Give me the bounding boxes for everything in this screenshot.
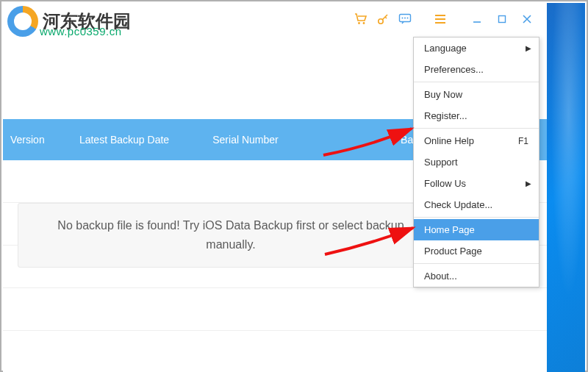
- menu-separator: [414, 82, 539, 82]
- feedback-icon[interactable]: [394, 8, 416, 30]
- hamburger-menu-icon[interactable]: [429, 8, 451, 30]
- chevron-right-icon: ▶: [526, 179, 531, 187]
- main-menu: Language ▶ Preferences... Buy Now Regist…: [413, 37, 539, 287]
- cart-icon[interactable]: [350, 8, 372, 30]
- menu-check-update[interactable]: Check Update...: [414, 194, 539, 215]
- svg-point-4: [402, 18, 404, 19]
- menu-online-help[interactable]: Online Help F1: [414, 130, 539, 151]
- maximize-button[interactable]: [490, 8, 514, 30]
- menu-preferences[interactable]: Preferences...: [414, 59, 539, 80]
- menu-language[interactable]: Language ▶: [414, 37, 539, 59]
- menu-item-label: Support: [424, 157, 458, 168]
- logo-icon: [7, 6, 38, 37]
- menu-item-label: Buy Now: [424, 89, 462, 100]
- site-url: www.pc0359.cn: [40, 25, 122, 37]
- app-window: 河东软件园 www.pc0359.cn: [3, 3, 547, 372]
- table-row: [3, 288, 547, 331]
- outer-frame: 河东软件园 www.pc0359.cn: [0, 0, 588, 372]
- svg-point-6: [407, 18, 409, 19]
- menu-item-label: Check Update...: [424, 199, 492, 210]
- menu-item-label: Register...: [424, 110, 467, 121]
- menu-item-label: Follow Us: [424, 178, 466, 189]
- menu-item-label: Online Help: [424, 135, 474, 146]
- empty-state-message: No backup file is found! Try iOS Data Ba…: [18, 203, 444, 268]
- svg-point-2: [379, 19, 383, 24]
- table-row: [3, 331, 547, 372]
- menu-register[interactable]: Register...: [414, 105, 539, 126]
- menu-item-label: About...: [424, 271, 457, 282]
- menu-separator: [414, 128, 539, 129]
- menu-about[interactable]: About...: [414, 265, 539, 287]
- col-backup-date: Latest Backup Date: [69, 134, 179, 146]
- svg-point-5: [404, 18, 406, 19]
- svg-point-0: [358, 22, 360, 24]
- desktop-wallpaper: [544, 3, 585, 372]
- svg-point-1: [363, 22, 365, 24]
- menu-support[interactable]: Support: [414, 151, 539, 173]
- menu-item-label: Language: [424, 43, 467, 54]
- svg-rect-7: [499, 16, 506, 23]
- menu-separator: [414, 263, 539, 264]
- minimize-button[interactable]: [465, 8, 490, 30]
- menu-buy-now[interactable]: Buy Now: [414, 84, 539, 105]
- menu-item-label: Home Page: [424, 224, 475, 235]
- menu-follow-us[interactable]: Follow Us ▶: [414, 173, 539, 194]
- close-button[interactable]: [514, 8, 539, 30]
- chevron-right-icon: ▶: [526, 44, 531, 52]
- message-text: No backup file is found! Try iOS Data Ba…: [48, 216, 414, 254]
- col-version: Version: [3, 134, 69, 146]
- menu-item-shortcut: F1: [518, 136, 528, 146]
- menu-separator: [414, 217, 539, 218]
- col-serial: Serial Number: [179, 134, 312, 146]
- menu-item-label: Product Page: [424, 246, 482, 257]
- menu-product-page[interactable]: Product Page: [414, 240, 539, 262]
- key-icon[interactable]: [372, 8, 394, 30]
- menu-item-label: Preferences...: [424, 64, 484, 75]
- menu-home-page[interactable]: Home Page: [414, 219, 539, 240]
